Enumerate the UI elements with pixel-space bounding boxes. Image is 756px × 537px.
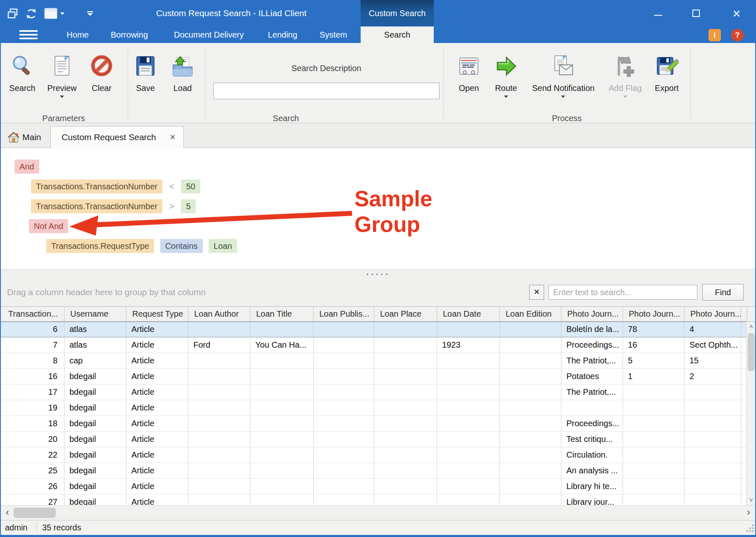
grid-cell: bdegail — [64, 494, 126, 505]
grid-cell: 6 — [0, 322, 64, 337]
save-button[interactable]: Save — [130, 54, 161, 93]
feedback-icon[interactable]: i — [708, 29, 721, 41]
column-header[interactable]: Loan Title — [250, 307, 314, 321]
new-form-icon[interactable] — [44, 7, 65, 20]
add-flag-button[interactable]: Add Flag — [606, 54, 644, 98]
grid-cell — [250, 432, 314, 447]
horizontal-scroll-thumb[interactable] — [14, 508, 56, 518]
table-row[interactable]: 26bdegailArticleLibrary hi te... — [0, 479, 756, 494]
query-field-chip[interactable]: Transactions.TransactionNumber — [31, 179, 162, 193]
grid-cell — [500, 494, 561, 505]
refresh-icon[interactable] — [25, 7, 39, 20]
grid-cell: Circulation. — [561, 447, 623, 463]
restore-window-icon[interactable] — [7, 7, 21, 20]
query-field-chip[interactable]: Transactions.RequestType — [46, 239, 154, 253]
table-row[interactable]: 27bdegailArticleLibrary jour... — [0, 494, 756, 505]
vertical-scrollbar[interactable]: ˄ ˅ — [746, 322, 756, 505]
grid-cell — [188, 447, 250, 463]
scroll-left-icon[interactable]: ‹ — [2, 506, 13, 519]
grid-cell — [314, 494, 374, 505]
help-icon[interactable]: ? — [731, 29, 744, 41]
route-button[interactable]: Route — [490, 54, 522, 98]
table-row[interactable]: 6atlasArticleBoletín de la...784 — [0, 322, 756, 337]
query-root-operator-chip[interactable]: And — [14, 160, 39, 174]
table-row[interactable]: 16bdegailArticlePotatoes12 — [0, 369, 756, 384]
table-row[interactable]: 7atlasArticleFordYou Can Ha...1923Procee… — [0, 337, 756, 353]
scroll-right-icon[interactable]: › — [743, 506, 754, 519]
minimize-button[interactable] — [649, 6, 667, 21]
grid-cell — [374, 353, 437, 369]
query-group-operator-chip[interactable]: Not And — [29, 219, 68, 233]
table-row[interactable]: 8capArticleThe Patriot,...515 — [0, 353, 756, 369]
panel-splitter[interactable]: ····· — [0, 269, 756, 280]
resize-grip[interactable] — [746, 524, 755, 535]
close-button[interactable]: ✕ — [728, 6, 745, 21]
table-row[interactable]: 18bdegailArticleProceedings... — [0, 416, 756, 432]
query-value-chip[interactable]: 5 — [181, 199, 195, 213]
query-value-chip[interactable]: Loan — [209, 239, 237, 253]
query-operator[interactable]: < — [169, 179, 175, 193]
tab-close-icon[interactable]: ✕ — [168, 132, 178, 142]
tab-main[interactable]: Main — [2, 127, 50, 147]
preview-button[interactable]: Preview — [46, 54, 78, 98]
table-row[interactable]: 22bdegailArticleCirculation. — [0, 447, 756, 463]
grid-cell — [374, 322, 437, 337]
column-header[interactable]: Photo Journ... — [685, 307, 741, 321]
grid-search-input[interactable] — [549, 285, 697, 300]
grid-cell: atlas — [64, 322, 126, 337]
table-row[interactable]: 25bdegailArticleAn analysis ... — [0, 463, 756, 479]
grid-cell — [314, 384, 374, 400]
table-row[interactable]: 19bdegailArticle — [0, 400, 756, 416]
search-description-input[interactable] — [213, 83, 440, 99]
query-operator[interactable]: > — [169, 199, 175, 213]
search-button[interactable]: Search — [7, 54, 38, 93]
column-header[interactable]: Request Type — [126, 307, 188, 321]
column-header[interactable]: Loan Publis... — [314, 307, 374, 321]
qat-customize-icon[interactable] — [85, 7, 96, 20]
export-button[interactable]: Export — [650, 54, 683, 93]
grid-cell — [314, 432, 374, 447]
tab-active-label: Custom Request Search — [62, 126, 156, 148]
clear-search-button[interactable]: ✕ — [529, 285, 544, 300]
tab-custom-request-search[interactable]: Custom Request Search ✕ — [50, 126, 184, 148]
grid-cell: 27 — [0, 494, 64, 505]
tab-system[interactable]: System — [317, 26, 349, 43]
open-button[interactable]: Open — [453, 54, 485, 93]
tab-home[interactable]: Home — [66, 26, 89, 43]
group-separator — [443, 46, 444, 120]
column-header[interactable]: Loan Author — [188, 307, 250, 321]
group-label-search: Search — [245, 114, 327, 123]
table-row[interactable]: 20bdegailArticleTest critiqu... — [0, 432, 756, 447]
load-button[interactable]: Load — [167, 54, 198, 93]
query-value-chip[interactable]: 50 — [181, 179, 200, 193]
column-header[interactable]: Photo Journ... — [623, 307, 685, 321]
send-notification-button[interactable]: Send Notification — [532, 54, 594, 98]
column-header[interactable]: Loan Edition — [500, 307, 561, 321]
home-icon — [7, 131, 20, 145]
column-header[interactable]: Photo Journ... — [561, 307, 623, 321]
vertical-scroll-thumb[interactable] — [748, 333, 755, 371]
maximize-button[interactable] — [688, 6, 705, 21]
horizontal-scrollbar[interactable]: ‹ › — [0, 505, 756, 520]
scroll-down-icon[interactable]: ˅ — [746, 495, 756, 505]
find-button[interactable]: Find — [702, 284, 744, 301]
tab-lending[interactable]: Lending — [264, 26, 302, 43]
grid-cell — [250, 447, 314, 463]
scroll-up-icon[interactable]: ˄ — [746, 322, 756, 332]
tab-borrowing[interactable]: Borrowing — [107, 26, 152, 43]
grid-cell — [437, 463, 500, 479]
column-header[interactable]: Transaction... — [0, 307, 64, 321]
clear-button[interactable]: Clear — [86, 54, 117, 93]
grid-cell: 16 — [623, 337, 685, 353]
column-header[interactable]: Username — [64, 307, 126, 321]
menu-hamburger-icon[interactable] — [19, 29, 38, 40]
query-field-chip[interactable]: Transactions.TransactionNumber — [31, 199, 162, 213]
column-header[interactable]: Loan Date — [437, 307, 500, 321]
table-row[interactable]: 17bdegailArticleThe Patriot,... — [0, 384, 756, 400]
column-header[interactable]: Loan Place — [374, 307, 437, 321]
grid-cell — [500, 416, 561, 432]
tab-search[interactable]: Search — [361, 26, 434, 43]
column-header[interactable]: P — [741, 307, 747, 321]
query-comparison-chip[interactable]: Contains — [160, 239, 203, 253]
tab-document-delivery[interactable]: Document Delivery — [169, 26, 249, 43]
